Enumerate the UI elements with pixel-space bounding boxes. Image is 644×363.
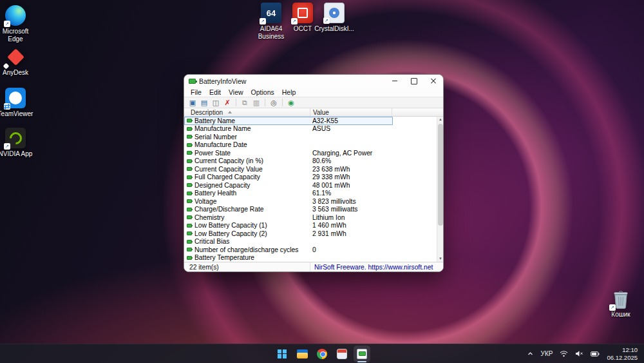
battery-row[interactable]: Charge/Discharge Rate3 563 milliwatts [184,206,393,214]
language-label: УКР [541,350,553,357]
desktop-icon-label: Microsoft Edge [0,28,36,43]
menu-view[interactable]: View [225,88,247,96]
desktop-icon-anydesk[interactable]: AnyDesk [0,46,36,77]
row-description: Power State [194,150,312,157]
row-value: 61.1% [312,190,391,197]
battery-row[interactable]: Current Capacity Value23 638 mWh [184,165,393,173]
battery-row[interactable]: Voltage3 823 millivolts [184,197,393,206]
delete-icon[interactable]: ✗ [222,98,232,108]
battery-row[interactable]: Manufacture NameASUS [184,125,393,133]
recycle-bin-icon [611,289,631,309]
battery-row[interactable]: Serial Number [184,133,393,141]
close-button[interactable] [424,75,443,87]
battery-item-icon [187,248,192,251]
desktop-icon-nvidia[interactable]: NVIDIA App [0,128,36,158]
clock[interactable]: 12:10 06.12.2025 [607,346,638,362]
find-icon[interactable]: ◎ [269,98,279,108]
copy-value-icon[interactable]: ▥ [251,98,261,108]
tray-chevron-button[interactable] [527,350,534,357]
battery-tray-button[interactable] [591,351,600,357]
row-description: Current Capacity (in %) [194,157,312,164]
menu-file[interactable]: File [187,88,205,96]
wifi-icon [560,350,568,357]
desktop-icon-teamviewer[interactable]: TeamViewer [0,88,36,118]
battery-row[interactable]: Number of charge/discharge cycles0 [184,246,393,254]
volume-muted-icon [575,350,583,357]
battery-row[interactable]: Low Battery Capacity (1)1 460 mWh [184,222,393,230]
battery-item-icon [187,240,192,244]
battery-item-icon [187,215,192,219]
taskbar-file-explorer[interactable] [294,346,310,362]
anydesk-icon [5,46,26,67]
row-description: Number of charge/discharge cycles [194,246,312,253]
advanced-options-icon[interactable]: ◉ [286,98,296,108]
taskbar-batteryinfoview[interactable] [354,346,370,362]
toolbar: ▣▤◫✗⧉▥◎◉ [184,97,443,108]
list-header: Description Value [184,108,443,117]
row-description: Serial Number [194,133,312,141]
battery-row[interactable]: Current Capacity (in %)80.6% [184,157,393,166]
desktop-icon-recycle-bin[interactable]: Кошик [600,289,641,319]
battery-row[interactable]: Designed Capacity48 001 mWh [184,181,393,190]
row-description: Full Charged Capacity [194,173,312,181]
taskbar-app[interactable] [334,346,350,362]
language-indicator[interactable]: УКР [541,350,553,357]
battery-item-icon [187,151,192,155]
volume-button[interactable] [575,350,583,357]
maximize-button[interactable] [404,75,424,87]
menu-help[interactable]: Help [278,88,300,96]
column-header-value[interactable]: Value [310,108,392,116]
battery-item-icon [187,256,192,260]
row-description: Current Capacity Value [194,166,312,173]
active-app-indicator [357,361,366,362]
menu-options[interactable]: Options [247,88,278,96]
edge-icon [5,5,26,26]
desktop-icon-label: AnyDesk [3,69,28,77]
taskbar-browser[interactable] [314,346,330,362]
desktop-icon-edge[interactable]: Microsoft Edge [0,5,36,43]
column-header-value-label: Value [313,109,329,116]
batteryinfoview-window: BatteryInfoView FileEditViewOptionsHelp … [184,74,444,272]
menu-bar: FileEditViewOptionsHelp [184,87,443,97]
vertical-scrollbar[interactable]: ▲ ▼ [437,117,443,262]
battery-row[interactable]: ChemistryLithium Ion [184,213,393,222]
menu-edit[interactable]: Edit [205,88,225,96]
file-explorer-icon [297,349,308,358]
battery-row[interactable]: Battery NameA32-K55 [184,117,393,125]
minimize-button[interactable] [385,75,404,87]
app-window-icon [337,349,347,359]
row-description: Battery Temperature [194,254,312,261]
start-button[interactable] [274,346,290,362]
battery-row[interactable]: Full Charged Capacity29 338 mWh [184,173,393,182]
network-button[interactable] [560,350,568,357]
desktop-icon-crystaldisk[interactable]: CrystalDiskI... [314,3,355,33]
row-value: 80.6% [312,157,391,164]
title-bar[interactable]: BatteryInfoView [184,75,443,87]
nirsoft-link[interactable]: NirSoft Freeware. https://www.nirsoft.ne… [310,264,433,271]
battery-row[interactable]: Power StateCharging, AC Power [184,149,393,157]
scrollbar-thumb[interactable] [438,124,443,226]
battery-row[interactable]: Low Battery Capacity (2)2 931 mWh [184,230,393,238]
column-header-description[interactable]: Description [184,108,310,116]
battery-row[interactable]: Manufacture Date [184,141,393,150]
row-value: 1 460 mWh [312,222,391,229]
row-description: Charge/Discharge Rate [194,206,312,213]
battery-item-icon [187,199,192,203]
battery-row[interactable]: Critical Bias [184,238,393,246]
battery-row[interactable]: Battery Health61.1% [184,190,393,198]
battery-row[interactable]: Battery Temperature [184,254,393,262]
copy-icon[interactable]: ⧉ [240,98,250,108]
column-header-filler [392,108,443,116]
row-description: Low Battery Capacity (2) [194,230,312,237]
scroll-up-icon[interactable]: ▲ [437,117,443,123]
row-value: ASUS [312,125,391,132]
row-value: 0 [312,246,391,253]
export-icon[interactable]: ▤ [199,98,209,108]
battery-item-icon [187,143,192,147]
scroll-down-icon[interactable]: ▼ [437,256,443,262]
battery-item-icon [187,224,192,228]
battery-item-icon [187,127,192,131]
properties-icon[interactable]: ◫ [211,98,221,108]
item-count: 22 item(s) [184,262,310,271]
save-report-icon[interactable]: ▣ [187,98,198,108]
